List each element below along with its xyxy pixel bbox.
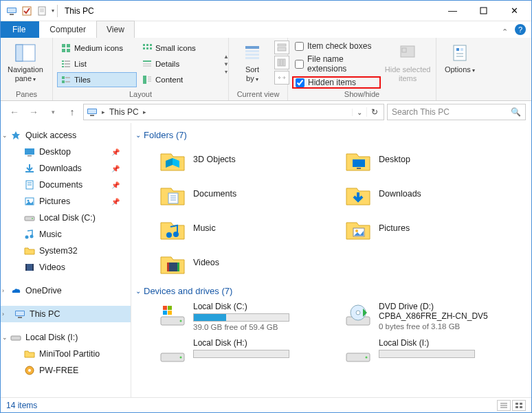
layout-content[interactable]: Content [138,72,218,87]
large-icons-view-button[interactable] [512,400,526,411]
drive-d[interactable]: DVD Drive (D:) CPBA_X86FRE_ZH-CN_DV5 0 b… [344,302,524,331]
maximize-button[interactable] [468,1,499,21]
minimize-button[interactable]: — [437,1,468,21]
breadcrumb-this-pc[interactable]: This PC [107,107,142,117]
recent-locations-button[interactable]: ▾ [45,104,61,120]
layout-medium-icons[interactable]: Medium icons [57,41,137,56]
file-extensions-toggle[interactable]: File name extensions [292,54,381,74]
checkbox-qat-icon[interactable] [21,5,32,16]
chevron-right-icon[interactable]: ▸ [100,109,107,115]
folder-pictures[interactable]: Pictures [344,214,524,242]
sidebar-item-pwfree[interactable]: PW-FREE [1,362,131,379]
svg-rect-12 [67,44,70,47]
svg-point-78 [28,369,31,372]
sidebar-item-desktop[interactable]: Desktop📌 [1,144,131,160]
pin-icon: 📌 [111,148,126,156]
chevron-right-icon[interactable]: ▸ [142,109,148,115]
drive-c[interactable]: Local Disk (C:) 39.0 GB free of 59.4 GB [159,302,339,331]
layout-small-icons[interactable]: Small icons [138,41,218,56]
drive-c-usage-bar [193,313,289,322]
drive-icon [24,212,35,223]
navigation-pane-button[interactable]: Navigation pane [5,39,46,84]
svg-rect-71 [25,264,27,271]
sort-by-button[interactable]: Sort by [233,39,271,84]
svg-rect-51 [461,48,463,51]
title-bar: ▾ This PC — ✕ [1,1,531,21]
folder-desktop[interactable]: Desktop [344,146,524,173]
sidebar-item-local-c[interactable]: Local Disk (C:) [1,210,131,226]
forward-button[interactable]: → [25,104,42,120]
item-checkboxes-toggle[interactable]: Item check boxes [292,41,381,52]
drive-h[interactable]: Local Disk (H:) [159,338,339,366]
hide-selected-icon [397,42,419,64]
drive-d-free-text: 0 bytes free of 3.18 GB [379,322,488,331]
layout-list[interactable]: List [57,56,137,71]
back-button[interactable]: ← [6,104,23,120]
size-columns-button[interactable] [274,71,289,85]
pc-icon [14,309,25,320]
svg-point-104 [180,357,182,359]
collapse-ribbon-button[interactable]: ⌃ [498,26,512,38]
tab-file[interactable]: File [1,21,39,38]
layout-details[interactable]: Details [138,56,218,71]
sidebar-item-downloads[interactable]: Downloads📌 [1,160,131,177]
address-box[interactable]: ▸ This PC ▸ ⌄ ↻ [83,104,384,120]
svg-rect-110 [516,403,518,405]
tab-view[interactable]: View [96,21,135,38]
group-panes-label: Panes [5,89,48,100]
sidebar-this-pc[interactable]: ›This PC [1,306,131,322]
tab-computer[interactable]: Computer [39,21,96,38]
dvd-drive-icon [344,302,372,329]
group-by-button[interactable] [274,41,289,54]
sidebar-item-music[interactable]: Music [1,226,131,243]
svg-rect-49 [454,45,466,60]
content-pane: ⌄Folders (7) 3D Objects Desktop Document… [131,123,531,397]
sidebar-item-pictures[interactable]: Pictures📌 [1,193,131,210]
hidden-items-toggle[interactable]: Hidden items [292,76,381,89]
folder-music[interactable]: Music [159,214,339,242]
help-button[interactable]: ? [515,24,526,35]
star-icon [10,130,21,141]
onedrive-icon [10,285,21,296]
sidebar-onedrive[interactable]: ›OneDrive [1,282,131,299]
search-input[interactable]: Search This PC 🔍 [387,104,526,120]
folder-3d-objects[interactable]: 3D Objects [159,146,339,173]
up-button[interactable]: ↑ [64,104,80,120]
svg-rect-56 [90,115,94,116]
content-icon [142,74,153,85]
refresh-button[interactable]: ↻ [366,107,382,117]
sidebar-local-i[interactable]: ⌄Local Disk (I:) [1,329,131,346]
folder-videos[interactable]: Videos [159,249,339,276]
close-button[interactable]: ✕ [499,1,530,21]
sidebar-item-system32[interactable]: System32 [1,243,131,259]
address-dropdown-button[interactable]: ⌄ [352,109,366,116]
options-button[interactable]: Options [441,39,479,75]
drive-d-label: CPBA_X86FRE_ZH-CN_DV5 [379,311,488,321]
hide-selected-button: Hide selected items [384,39,432,83]
svg-rect-26 [65,66,70,67]
group-drives-header[interactable]: ⌄Devices and drives (7) [135,286,524,296]
sidebar-quick-access[interactable]: ⌄Quick access [1,127,131,144]
layout-options: Medium icons Small icons List Details Ti… [57,41,218,87]
qat-dropdown-icon[interactable]: ▾ [52,8,54,14]
navigation-pane: ⌄Quick access Desktop📌 Downloads📌 Docume… [1,123,131,397]
add-columns-button[interactable] [274,56,289,69]
drive-i[interactable]: Local Disk (I:) [344,338,524,366]
group-folders-header[interactable]: ⌄Folders (7) [135,130,524,140]
svg-point-68 [25,236,29,239]
folder-documents[interactable]: Documents [159,180,339,208]
svg-rect-74 [16,311,24,315]
svg-point-65 [27,200,30,202]
music-icon [24,229,35,240]
sidebar-item-videos[interactable]: Videos [1,259,131,276]
sidebar-item-documents[interactable]: Documents📌 [1,177,131,193]
layout-tiles[interactable]: Tiles [57,72,137,87]
svg-rect-112 [516,406,518,408]
folder-downloads[interactable]: Downloads [344,180,524,208]
sidebar-item-minitool[interactable]: MiniTool Partitio [1,346,131,362]
properties-qat-icon[interactable] [36,5,47,16]
music-folder-icon [159,214,186,242]
svg-rect-14 [67,49,70,52]
details-view-button[interactable] [497,400,511,411]
svg-rect-81 [353,159,365,167]
